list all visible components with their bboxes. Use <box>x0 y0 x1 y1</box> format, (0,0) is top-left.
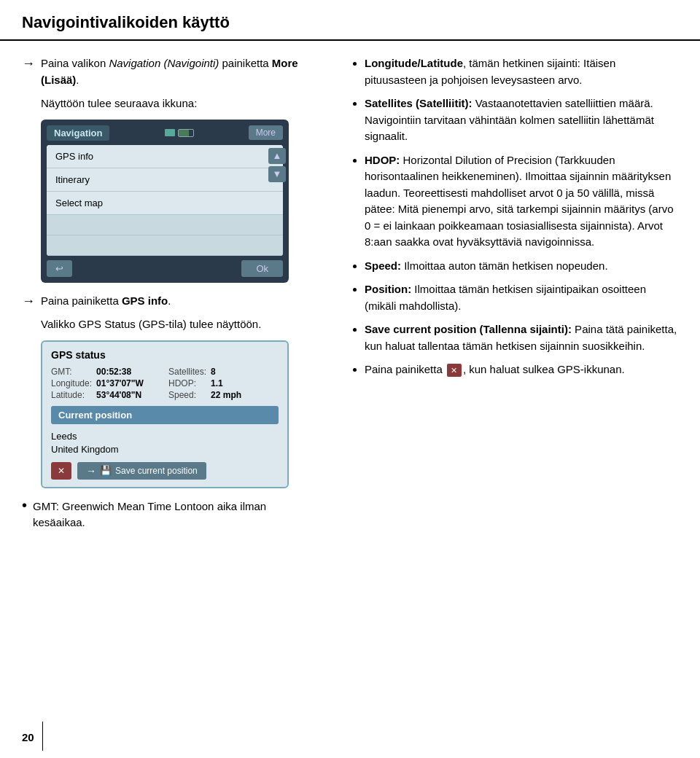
right-bullet-list: Longitude/Latitude, tämän hetkinen sijai… <box>350 55 678 378</box>
gps-value-satellites: 8 <box>211 367 279 377</box>
gps-label-hdop: HDOP: <box>168 378 206 388</box>
nav-menu-item-gps[interactable]: GPS info <box>47 145 283 168</box>
bullet-text-r1: Longitude/Latitude, tämän hetkinen sijai… <box>365 57 615 86</box>
save-icon: → <box>86 465 96 477</box>
nav-scroll-up[interactable]: ▲ <box>268 148 286 164</box>
screen-label: Näyttöön tulee seuraava ikkuna: <box>41 95 321 112</box>
gps-city: Leeds <box>51 430 279 443</box>
page-title: Navigointivalikoiden käyttö <box>22 13 678 32</box>
gps-label-latitude: Latitude: <box>51 390 92 400</box>
bullet-position: Position: Ilmoittaa tämän hetkisen sijai… <box>365 281 678 314</box>
nav-menu-list: GPS info Itinerary Select map <box>47 145 283 256</box>
bullet-text-r2: Satellites (Satelliitit): Vastaanotettav… <box>365 97 654 142</box>
gps-mockup-title: GPS status <box>51 349 279 361</box>
arrow-text-2: Paina painiketta GPS info. <box>41 293 171 310</box>
nav-status-icons <box>165 129 194 137</box>
close-x-icon: ✕ <box>58 466 65 476</box>
nav-footer: ↩ Ok <box>47 260 283 277</box>
gps-data-grid: GMT: 00:52:38 Satellites: 8 Longitude: 0… <box>51 367 279 400</box>
nav-mockup-wrapper: Navigation More GPS info Itinerary Selec… <box>41 120 321 283</box>
nav-menu-item-selectmap[interactable]: Select map <box>47 192 283 215</box>
nav-scroll-down[interactable]: ▼ <box>268 166 286 182</box>
gps-save-button[interactable]: → 💾 Save current position <box>77 462 206 480</box>
gps-save-floppy-icon: 💾 <box>100 465 112 476</box>
arrow-text-1: Paina valikon Navigation (Navigointi) pa… <box>41 55 321 88</box>
right-column: Longitude/Latitude, tämän hetkinen sijai… <box>343 55 685 539</box>
left-column: → Paina valikon Navigation (Navigointi) … <box>15 55 328 539</box>
nav-menu-item-empty1 <box>47 215 283 235</box>
battery-icon <box>178 129 194 137</box>
gps-label-gmt: GMT: <box>51 367 92 377</box>
bullet-text-r5: Position: Ilmoittaa tämän hetkisen sijai… <box>365 283 646 312</box>
gps-value-gmt: 00:52:38 <box>96 367 164 377</box>
gps-status-mockup: GPS status GMT: 00:52:38 Satellites: 8 L… <box>41 340 321 488</box>
gps-save-label: Save current position <box>115 466 198 476</box>
arrow-bullet-2: → Paina painiketta GPS info. <box>22 293 321 310</box>
gps-label-speed: Speed: <box>168 390 206 400</box>
nav-ok-button[interactable]: Ok <box>241 260 283 277</box>
signal-icon <box>165 129 175 136</box>
bullet-gmt: • GMT: Greenwich Mean Time Lontoon aika … <box>22 499 321 531</box>
gps-value-hdop: 1.1 <box>211 378 279 388</box>
nav-title-bar: Navigation <box>47 125 109 141</box>
nav-menu-item-itinerary[interactable]: Itinerary <box>47 168 283 192</box>
bullet-longitude-latitude: Longitude/Latitude, tämän hetkinen sijai… <box>365 55 678 88</box>
gps-location: Leeds United Kingdom <box>51 430 279 456</box>
gps-value-longitude: 01°37'07"W <box>96 378 164 388</box>
bullet-satellites: Satellites (Satelliitit): Vastaanotettav… <box>365 95 678 145</box>
nav-menu-area: GPS info Itinerary Select map ▲ ▼ <box>47 145 283 256</box>
arrow-bullet-1: → Paina valikon Navigation (Navigointi) … <box>22 55 321 88</box>
gps-mockup-box: GPS status GMT: 00:52:38 Satellites: 8 L… <box>41 340 289 488</box>
bullet-close-gps: Paina painiketta ✕, kun haluat sulkea GP… <box>365 362 678 378</box>
page-number: 20 <box>22 731 34 743</box>
nav-mockup: Navigation More GPS info Itinerary Selec… <box>41 120 289 283</box>
gps-close-button[interactable]: ✕ <box>51 462 71 480</box>
bullet-text-r3: HDOP: Horizontal Dilution of Precision (… <box>365 154 674 249</box>
gps-current-position-label: Current position <box>51 406 279 424</box>
page-container: Navigointivalikoiden käyttö → Paina vali… <box>0 0 700 758</box>
nav-back-button[interactable]: ↩ <box>47 260 72 277</box>
gps-label-longitude: Longitude: <box>51 378 92 388</box>
bullet-text-r6: Save current position (Tallenna sijainti… <box>365 323 677 352</box>
content-columns: → Paina valikon Navigation (Navigointi) … <box>0 55 700 539</box>
gps-value-speed: 22 mph <box>211 390 279 400</box>
close-button-inline: ✕ <box>447 364 462 377</box>
nav-menu-item-empty2 <box>47 235 283 256</box>
arrow-icon-1: → <box>22 56 35 71</box>
bullet-dot-gmt: • <box>22 497 27 514</box>
gps-footer: ✕ → 💾 Save current position <box>51 462 279 480</box>
nav-scroll-buttons: ▲ ▼ <box>268 148 286 182</box>
bullet-text-r4: Speed: Ilmoittaa auton tämän hetkisen no… <box>365 259 608 272</box>
bullet-save-position: Save current position (Tallenna sijainti… <box>365 321 678 354</box>
bullet-text-r7: Paina painiketta ✕, kun haluat sulkea GP… <box>365 363 625 375</box>
page-header: Navigointivalikoiden käyttö <box>0 0 700 41</box>
arrow-icon-2: → <box>22 294 35 309</box>
gps-value-latitude: 53°44'08"N <box>96 390 164 400</box>
page-divider <box>42 722 43 751</box>
bullet-hdop: HDOP: Horizontal Dilution of Precision (… <box>365 152 678 251</box>
nav-more-button[interactable]: More <box>249 125 283 140</box>
gps-label-satellites: Satellites: <box>168 367 206 377</box>
gps-country: United Kingdom <box>51 443 279 456</box>
valikko-text: Valikko GPS Status (GPS-tila) tulee näyt… <box>41 316 321 333</box>
gmt-text: GMT: Greenwich Mean Time Lontoon aika il… <box>33 499 321 531</box>
nav-mockup-header: Navigation More <box>47 125 283 141</box>
bullet-speed: Speed: Ilmoittaa auton tämän hetkisen no… <box>365 258 678 275</box>
